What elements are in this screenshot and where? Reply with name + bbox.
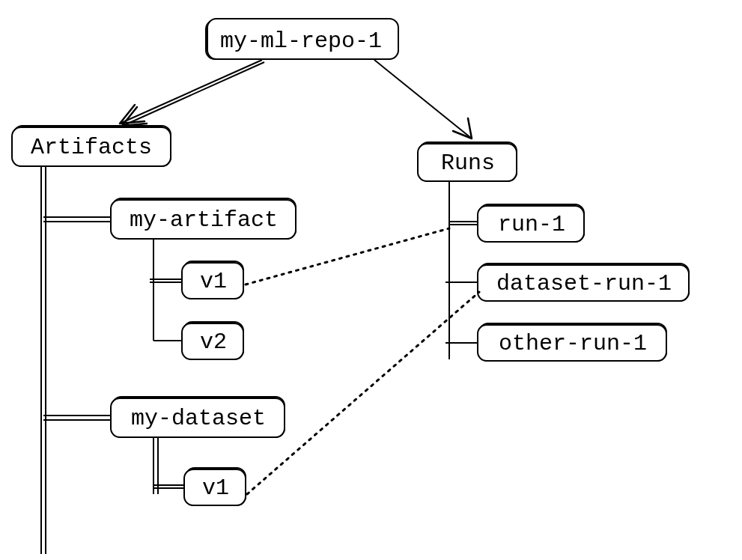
edge-root-to-runs xyxy=(374,60,472,139)
artifacts-label: Artifacts xyxy=(31,135,152,160)
node-my-artifact-v1: v1 xyxy=(182,261,243,299)
node-artifacts: Artifacts xyxy=(12,126,171,166)
edge-my-dataset-trunk xyxy=(153,437,186,494)
link-dataset-v1-to-dataset-run-1 xyxy=(247,292,479,494)
run-1-label: dataset-run-1 xyxy=(496,271,672,296)
node-my-dataset: my-dataset xyxy=(111,397,285,437)
run-2-label: other-run-1 xyxy=(499,331,647,356)
node-runs: Runs xyxy=(418,142,517,181)
root-label: my-ml-repo-1 xyxy=(220,28,382,54)
node-my-artifact-v2: v2 xyxy=(182,322,243,359)
artifact-0-v1: v2 xyxy=(200,329,227,355)
run-0-label: run-1 xyxy=(498,212,565,237)
edge-runs-trunk xyxy=(445,181,479,359)
node-my-artifact: my-artifact xyxy=(111,198,296,239)
node-root: my-ml-repo-1 xyxy=(206,19,398,59)
artifact-0-name: my-artifact xyxy=(130,207,278,233)
edge-root-to-artifacts xyxy=(120,60,264,126)
node-other-run-1: other-run-1 xyxy=(478,323,666,361)
edge-artifacts-trunk xyxy=(41,166,112,554)
runs-label: Runs xyxy=(441,150,495,176)
node-my-dataset-v1: v1 xyxy=(184,468,246,505)
node-run-1: run-1 xyxy=(478,204,584,242)
node-dataset-run-1: dataset-run-1 xyxy=(478,264,689,301)
artifact-1-name: my-dataset xyxy=(131,406,266,431)
edge-my-artifact-trunk xyxy=(150,239,183,341)
artifact-0-v0: v1 xyxy=(200,269,227,294)
artifact-1-v0: v1 xyxy=(202,475,229,501)
